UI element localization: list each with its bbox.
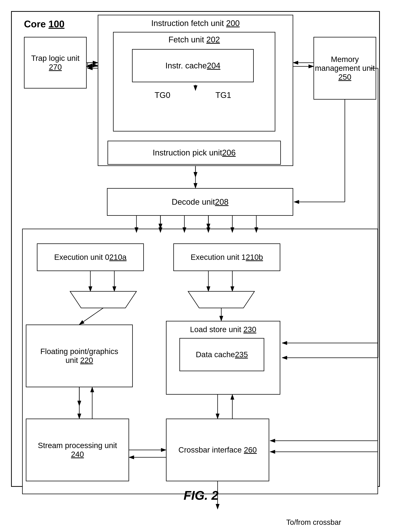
fp-unit-box: Floating point/graphics unit 220 bbox=[26, 324, 133, 387]
fetch-label: Fetch unit 202 bbox=[114, 35, 275, 44]
pick-unit-box: Instruction pick unit 206 bbox=[108, 141, 281, 165]
exec1-box: Execution unit 1 210b bbox=[173, 243, 280, 271]
crossbar-unit-box: Crossbar interface 260 bbox=[166, 418, 269, 481]
tg1-label: TG1 bbox=[215, 90, 231, 100]
tg0-label: TG0 bbox=[154, 90, 170, 100]
trap-unit-box: Trap logic unit 270 bbox=[24, 37, 87, 89]
decode-unit-box: Decode unit 208 bbox=[107, 188, 293, 216]
crossbar-bottom-label: To/from crossbar bbox=[286, 518, 341, 526]
exec0-box: Execution unit 0 210a bbox=[37, 243, 144, 271]
page: Core 100 Instruction fetch unit 200 Fetc… bbox=[0, 0, 402, 532]
ift-label: Instruction fetch unit 200 bbox=[98, 19, 293, 28]
instr-cache-box: Instr. cache 204 bbox=[132, 49, 254, 82]
stream-unit-box: Stream processing unit 240 bbox=[26, 418, 129, 481]
core-label: Core 100 bbox=[24, 19, 64, 30]
tg-labels: TG0 TG1 bbox=[132, 90, 254, 100]
fig-label: FIG. 2 bbox=[184, 488, 218, 502]
ift-outer-box: Instruction fetch unit 200 Fetch unit 20… bbox=[98, 15, 293, 166]
mmu-box: Memory management unit 250 bbox=[313, 37, 376, 100]
fetch-unit-box: Fetch unit 202 Instr. cache 204 TG0 TG1 bbox=[113, 32, 275, 132]
ls-unit-box: Load store unit 230 Data cache 235 bbox=[166, 321, 280, 395]
data-cache-box: Data cache 235 bbox=[179, 338, 264, 371]
